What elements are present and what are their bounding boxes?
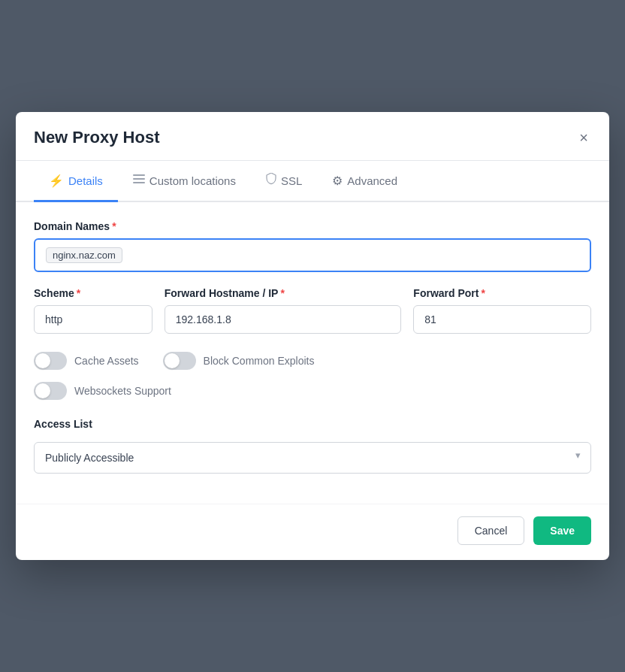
- tab-advanced[interactable]: ⚙ Advanced: [317, 161, 412, 202]
- toggles-row-1: Cache Assets Block Common Exploits: [34, 352, 591, 370]
- required-star: *: [112, 220, 116, 232]
- tabs-bar: ⚡ Details Custom locations SSL ⚙: [16, 161, 609, 202]
- access-list-select-wrapper: Publicly Accessible: [34, 436, 591, 474]
- svg-rect-0: [133, 174, 145, 176]
- domain-names-label: Domain Names*: [34, 220, 591, 232]
- forward-hostname-input[interactable]: 192.168.1.8: [165, 305, 402, 334]
- forward-port-label: Forward Port*: [413, 287, 591, 299]
- modal-title: New Proxy Host: [34, 128, 160, 147]
- save-button[interactable]: Save: [533, 516, 591, 545]
- advanced-icon: ⚙: [332, 174, 343, 188]
- forward-port-input[interactable]: 81: [413, 305, 591, 334]
- domain-names-input-wrapper[interactable]: nginx.naz.com: [34, 238, 591, 272]
- forward-port-field: Forward Port* 81: [413, 287, 591, 334]
- forward-hostname-label: Forward Hostname / IP*: [165, 287, 402, 299]
- scheme-field: Scheme* http: [34, 287, 152, 334]
- tab-details[interactable]: ⚡ Details: [34, 161, 118, 202]
- block-exploits-toggle-group: Block Common Exploits: [163, 352, 315, 370]
- access-list-label: Access List: [34, 418, 591, 430]
- forward-hostname-field: Forward Hostname / IP* 192.168.1.8: [165, 287, 402, 334]
- close-button[interactable]: ×: [576, 127, 591, 148]
- block-exploits-label: Block Common Exploits: [204, 355, 315, 367]
- cache-assets-toggle[interactable]: [34, 352, 67, 370]
- domain-names-field: Domain Names* nginx.naz.com: [34, 220, 591, 272]
- tab-custom-locations[interactable]: Custom locations: [118, 161, 251, 202]
- access-list-select[interactable]: Publicly Accessible: [34, 442, 591, 474]
- svg-rect-1: [133, 178, 145, 180]
- websockets-toggle[interactable]: [34, 382, 67, 400]
- modal-footer: Cancel Save: [16, 504, 609, 560]
- svg-rect-2: [133, 182, 145, 183]
- cache-assets-label: Cache Assets: [74, 355, 139, 367]
- details-icon: ⚡: [49, 174, 64, 188]
- domain-tag: nginx.naz.com: [46, 247, 122, 263]
- new-proxy-host-modal: New Proxy Host × ⚡ Details Custom locati…: [16, 112, 609, 560]
- cancel-button[interactable]: Cancel: [457, 516, 525, 545]
- ssl-icon: [266, 173, 276, 188]
- websockets-label: Websockets Support: [74, 385, 171, 397]
- websockets-toggle-group: Websockets Support: [34, 382, 171, 400]
- toggles-row-2: Websockets Support: [34, 382, 591, 400]
- scheme-input[interactable]: http: [34, 305, 152, 334]
- modal-body: Domain Names* nginx.naz.com Scheme* http…: [16, 202, 609, 489]
- access-list-section: Access List Publicly Accessible: [34, 418, 591, 474]
- cache-assets-toggle-group: Cache Assets: [34, 352, 139, 370]
- scheme-label: Scheme*: [34, 287, 152, 299]
- block-exploits-toggle[interactable]: [163, 352, 196, 370]
- tab-ssl[interactable]: SSL: [251, 161, 317, 202]
- custom-locations-icon: [133, 173, 145, 188]
- modal-header: New Proxy Host ×: [16, 112, 609, 161]
- scheme-hostname-port-row: Scheme* http Forward Hostname / IP* 192.…: [34, 287, 591, 334]
